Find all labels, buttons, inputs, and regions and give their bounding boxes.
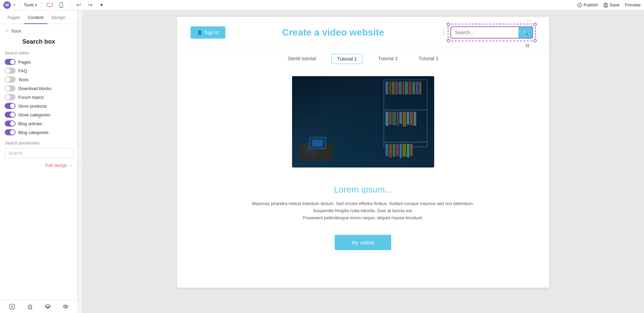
search-submit-btn[interactable]: 🔍 (518, 27, 532, 38)
publish-label: Publish (583, 2, 598, 7)
toggle-blog-categories[interactable] (5, 129, 16, 135)
tools-label: Tools (24, 2, 34, 7)
svg-rect-5 (605, 3, 606, 4)
toggle-label-blog-categories: Blog categories (18, 130, 49, 135)
tab-content[interactable]: Content (24, 10, 48, 24)
toggle-texts[interactable] (5, 76, 16, 83)
nav-tabs: SiteW tutorial Tutorial 1 Tutorial 2 Tut… (177, 48, 549, 69)
tab-design[interactable]: Design (47, 10, 69, 24)
description-section: Lorem ipsum... Macenas pharetra metud in… (177, 174, 549, 231)
resize-handle-tl[interactable] (447, 23, 450, 26)
toggle-pages[interactable] (5, 59, 16, 65)
mobile-view-btn[interactable] (57, 1, 66, 9)
toggle-row-forum-topics: Forum topics (5, 94, 73, 100)
add-block-btn[interactable] (7, 301, 17, 312)
toggle-row-faq: FAQ (5, 68, 73, 74)
nav-tab-tutorial3[interactable]: Tutorial 3 (413, 54, 444, 64)
cta-section: My videos (177, 231, 549, 264)
app-logo[interactable]: W (3, 1, 11, 9)
search-placeholder-section: Search placeholder (5, 141, 73, 158)
search-within-label: Search within (5, 51, 73, 55)
top-toolbar: W ▾ Tools ▾ ↩ ↪ ▾ Publish Save Preview (0, 0, 644, 10)
page-title: Create a video website (282, 27, 384, 38)
publish-btn[interactable]: Publish (577, 2, 598, 7)
save-btn[interactable]: Save (603, 2, 620, 7)
search-widget-wrapper: ··· 🔍 ⊟ (448, 24, 536, 41)
toggle-label-faq: FAQ (18, 68, 27, 73)
toggle-store-categories[interactable] (5, 112, 16, 118)
toggle-row-download-blocks: Download blocks (5, 85, 73, 91)
hero-image (292, 76, 434, 167)
nav-tab-tutorial2[interactable]: Tutorial 2 (373, 54, 403, 64)
bottom-toolbar (0, 299, 78, 313)
sidebar-title: Search box (5, 38, 73, 45)
resize-handle-br[interactable] (533, 39, 537, 42)
history-chevron-btn[interactable]: ▾ (97, 1, 106, 9)
canvas-area: Sign in Create a video website ··· (82, 10, 644, 313)
preview-label: Preview (625, 2, 641, 7)
toggle-label-forum-topics: Forum topics (18, 95, 44, 100)
toggle-label-blog-articles: Blog articles (18, 121, 42, 126)
toolbar-right: Publish Save Preview (577, 2, 641, 7)
tab-pages[interactable]: Pages (3, 10, 24, 24)
main-layout: Pages Content Design Back Search box Sea… (0, 10, 644, 313)
layers-btn[interactable] (43, 301, 53, 312)
toggle-forum-topics[interactable] (5, 94, 16, 100)
search-widget-input[interactable] (451, 27, 518, 38)
toggle-faq[interactable] (5, 68, 16, 74)
back-button[interactable]: Back (5, 28, 73, 33)
undo-btn[interactable]: ↩ (74, 1, 83, 9)
search-widget-selected[interactable]: ··· 🔍 ⊟ (448, 24, 536, 41)
svg-point-15 (65, 306, 67, 307)
toggle-label-texts: Texts (18, 77, 28, 82)
toggle-row-store-products: Store products (5, 103, 73, 109)
logo-letter: W (5, 3, 9, 7)
toolbar-separator-3 (70, 2, 70, 8)
toggle-label-store-products: Store products (18, 104, 47, 109)
desktop-view-btn[interactable] (45, 1, 54, 9)
resize-handle-bl[interactable] (447, 39, 450, 42)
tools-menu[interactable]: Tools ▾ (24, 2, 37, 7)
sign-in-button[interactable]: Sign in (191, 26, 226, 39)
search-placeholder-input[interactable] (5, 148, 73, 158)
logo-chevron[interactable]: ▾ (14, 3, 15, 7)
search-widget-inner: 🔍 (450, 26, 533, 39)
toggle-row-texts: Texts (5, 76, 73, 83)
preview-btn[interactable]: Preview (625, 2, 641, 7)
toggle-blog-articles[interactable] (5, 120, 16, 127)
toggle-row-blog-categories: Blog categories (5, 129, 73, 135)
toggle-row-pages: Pages (5, 59, 73, 65)
search-placeholder-label: Search placeholder (5, 141, 73, 146)
lorem-title: Lorem ipsum... (191, 184, 536, 195)
redo-btn[interactable]: ↪ (86, 1, 94, 9)
cta-button[interactable]: My videos (335, 235, 392, 250)
svg-point-14 (63, 305, 68, 308)
filter-icon[interactable]: ⊟ (526, 43, 530, 48)
toggle-download-blocks[interactable] (5, 85, 16, 91)
nav-tab-tutorial1[interactable]: Tutorial 1 (331, 54, 362, 64)
left-sidebar: Pages Content Design Back Search box Sea… (0, 10, 78, 313)
delete-btn[interactable] (25, 301, 35, 312)
toggle-store-products[interactable] (5, 103, 16, 109)
toggle-label-pages: Pages (18, 60, 31, 65)
toggle-label-download-blocks: Download blocks (18, 86, 51, 91)
lorem-text: Macenas pharetra metud interdum dictum. … (191, 200, 536, 221)
resize-handle-tr[interactable] (533, 23, 537, 26)
edit-design-link[interactable]: Edit design → (5, 163, 73, 168)
tools-chevron: ▾ (35, 3, 37, 7)
visibility-btn[interactable] (61, 301, 71, 312)
sidebar-collapse-handle[interactable]: ‹ (78, 10, 82, 313)
hero-section (177, 69, 549, 174)
svg-point-2 (61, 7, 62, 7)
toggle-row-blog-articles: Blog articles (5, 120, 73, 127)
sidebar-tabs: Pages Content Design (0, 10, 77, 24)
nav-tab-sitew[interactable]: SiteW tutorial (282, 54, 321, 64)
page-header: Sign in Create a video website ··· (177, 17, 549, 48)
canvas-page: Sign in Create a video website ··· (177, 17, 549, 288)
toolbar-separator-2 (41, 2, 41, 8)
toolbar-separator-1 (19, 2, 20, 8)
sidebar-content: Back Search box Search within Pages FAQ … (0, 24, 77, 313)
widget-options-btn[interactable]: ··· (527, 18, 531, 24)
svg-rect-4 (605, 5, 606, 6)
toggle-label-store-categories: Store categories (18, 112, 50, 117)
